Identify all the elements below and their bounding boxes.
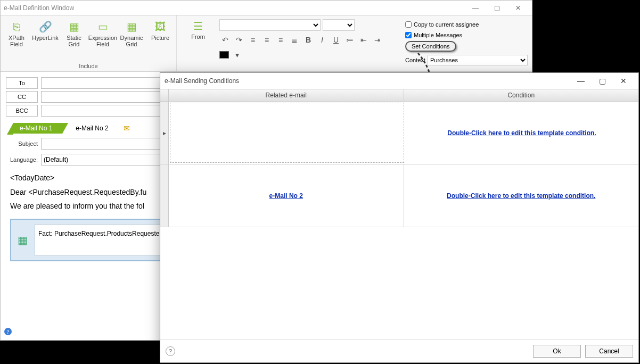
context-select[interactable]: Purchases <box>428 55 528 65</box>
ribbon-xpath-field[interactable]: ⎘ XPath Field <box>4 18 29 62</box>
row-indicator-icon: ▸ <box>160 102 169 164</box>
ribbon-expression-field[interactable]: ▭ Expression Field <box>90 18 116 62</box>
tab-email-1[interactable]: e-Mail No 1 <box>13 123 62 134</box>
row2-edit-condition-link[interactable]: Double-Click here to edit this template … <box>447 192 595 200</box>
set-conditions-button[interactable]: Set Conditions <box>405 41 456 52</box>
window-minimize-button[interactable]: — <box>465 2 486 14</box>
bold-button[interactable]: B <box>302 34 314 46</box>
dialog-footer: ? Ok Cancel <box>160 339 638 362</box>
dialog-title: e-Mail Sending Conditions <box>165 77 239 85</box>
bullet-list-button[interactable]: ≔ <box>344 34 356 46</box>
font-family-select[interactable] <box>219 19 321 31</box>
align-justify-button[interactable]: ≣ <box>289 34 300 46</box>
cc-button[interactable]: CC <box>6 91 38 103</box>
picture-icon: 🖼 <box>152 20 168 34</box>
dynamic-grid-icon: ▦ <box>124 20 140 34</box>
add-tab-icon[interactable]: ✉ <box>124 124 130 133</box>
link-icon: 🔗 <box>37 20 53 34</box>
ribbon-options: Copy to current assignee Multiple Messag… <box>405 19 528 68</box>
dialog-row-2[interactable]: e-Mail No 2 Double-Click here to edit th… <box>160 164 638 227</box>
fact-grid-box[interactable]: ▦ Fact: PurchaseRequest.ProductsRequeste… <box>10 219 180 261</box>
format-toolbar: ↶ ↷ ≡ ≡ ≡ ≣ B I U ≔ ⇤ ⇥ ▾ <box>219 19 401 68</box>
row2-related-email-cell[interactable]: e-Mail No 2 <box>169 164 404 227</box>
align-left-button[interactable]: ≡ <box>247 34 259 46</box>
copy-to-assignee-checkbox[interactable]: Copy to current assignee <box>405 20 528 29</box>
ribbon-static-grid[interactable]: ▦ Static Grid <box>61 18 87 62</box>
tab-email-2[interactable]: e-Mail No 2 <box>69 123 118 134</box>
fact-grid-icon: ▦ <box>15 233 29 247</box>
outdent-button[interactable]: ⇤ <box>358 34 370 46</box>
grid-icon: ▦ <box>66 20 82 34</box>
ribbon: ⎘ XPath Field 🔗 HyperLink ▦ Static Grid … <box>1 15 532 72</box>
row2-condition-cell[interactable]: Double-Click here to edit this template … <box>404 164 639 227</box>
row1-condition-cell[interactable]: Double-Click here to edit this template … <box>405 102 638 164</box>
redo-button[interactable]: ↷ <box>233 34 245 46</box>
language-label: Language: <box>6 156 38 163</box>
dialog-help-icon[interactable]: ? <box>166 346 175 356</box>
ribbon-dynamic-grid[interactable]: ▦ Dynamic Grid <box>119 18 144 62</box>
underline-button[interactable]: U <box>330 34 342 46</box>
dialog-minimize-button[interactable]: — <box>570 75 592 87</box>
font-size-select[interactable] <box>323 19 355 31</box>
xpath-icon: ⎘ <box>9 20 24 34</box>
context-label: Context <box>405 57 425 63</box>
from-icon: ☰ <box>193 20 203 32</box>
ribbon-from[interactable]: ☰ From <box>181 19 215 68</box>
window-maximize-button[interactable]: ▢ <box>486 2 507 14</box>
font-color-dropdown[interactable]: ▾ <box>231 49 243 61</box>
ribbon-right: ☰ From ↶ ↷ ≡ ≡ ≡ ≣ B I U ≔ <box>177 15 532 71</box>
font-color-swatch[interactable] <box>219 51 229 59</box>
undo-button[interactable]: ↶ <box>219 34 231 46</box>
cancel-button[interactable]: Cancel <box>585 345 633 358</box>
window-title: e-Mail Definition Window <box>4 4 465 12</box>
sending-conditions-dialog: e-Mail Sending Conditions — ▢ ✕ Related … <box>160 72 639 363</box>
ribbon-picture[interactable]: 🖼 Picture <box>147 18 173 62</box>
col-condition[interactable]: Condition <box>404 89 639 101</box>
col-related-email[interactable]: Related e-mail <box>169 89 404 101</box>
window-close-button[interactable]: ✕ <box>507 2 529 14</box>
multiple-messages-checkbox[interactable]: Multiple Messages <box>405 30 528 40</box>
dialog-row-1[interactable]: ▸ Double-Click here to edit this templat… <box>160 102 638 164</box>
dialog-titlebar: e-Mail Sending Conditions — ▢ ✕ <box>160 73 638 89</box>
main-titlebar: e-Mail Definition Window — ▢ ✕ <box>1 1 532 15</box>
bcc-button[interactable]: BCC <box>6 105 38 117</box>
ribbon-hyperlink[interactable]: 🔗 HyperLink <box>32 18 58 62</box>
row1-related-email-cell[interactable] <box>170 103 404 163</box>
row1-edit-condition-link[interactable]: Double-Click here to edit this template … <box>447 129 596 137</box>
ribbon-caption-include: Include <box>79 62 97 70</box>
svg-text:?: ? <box>7 328 10 335</box>
help-icon[interactable]: ? <box>4 327 12 338</box>
dialog-close-button[interactable]: ✕ <box>613 75 634 87</box>
dialog-column-headers: Related e-mail Condition <box>160 89 638 102</box>
ok-button[interactable]: Ok <box>533 345 581 358</box>
dialog-grid-body: ▸ Double-Click here to edit this templat… <box>160 102 638 339</box>
expression-icon: ▭ <box>95 20 111 34</box>
indent-button[interactable]: ⇥ <box>372 34 383 46</box>
fact-expression: Fact: PurchaseRequest.ProductsRequested <box>35 224 175 256</box>
ribbon-group-include: ⎘ XPath Field 🔗 HyperLink ▦ Static Grid … <box>1 15 177 71</box>
subject-label: Subject <box>6 140 38 147</box>
align-center-button[interactable]: ≡ <box>261 34 273 46</box>
to-button[interactable]: To <box>6 77 38 89</box>
row2-email-link[interactable]: e-Mail No 2 <box>269 192 303 200</box>
align-right-button[interactable]: ≡ <box>275 34 286 46</box>
italic-button[interactable]: I <box>316 34 328 46</box>
dialog-maximize-button[interactable]: ▢ <box>592 75 613 87</box>
